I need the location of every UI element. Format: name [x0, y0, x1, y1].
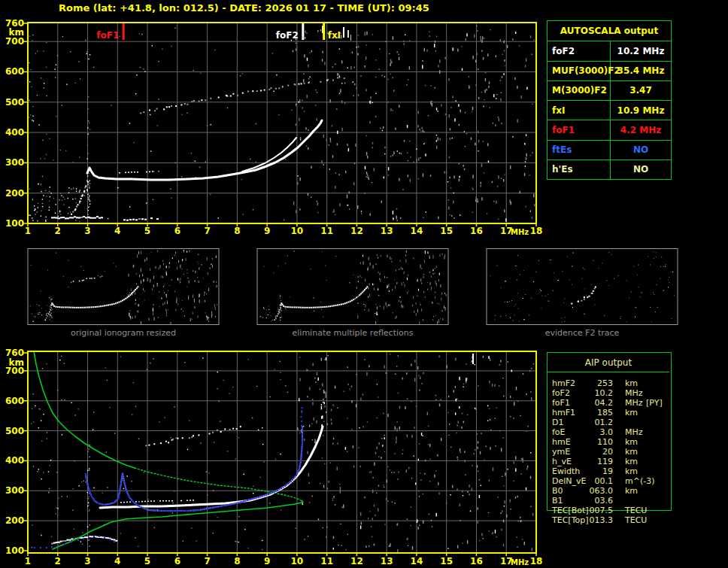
- aip-row-hmf2: hmF2253km: [547, 378, 675, 388]
- autoscala-row-h'es: h'EsNO: [548, 159, 671, 179]
- aip-cell: km: [625, 447, 638, 457]
- x-tick-label: 2: [47, 557, 69, 566]
- aip-row-d1: D101.2: [547, 418, 675, 427]
- marker-label-fof1: foF1: [74, 31, 119, 40]
- aip-row-hme: hmE110km: [547, 437, 675, 447]
- aip-cell: ymE: [552, 447, 570, 457]
- x-tick-label: 11: [316, 226, 338, 235]
- x-tick-label: 7: [196, 226, 219, 235]
- autoscala-row-muf(3000)f2: MUF(3000)F235.4 MHz: [548, 61, 671, 80]
- autoscala-param-label: fxI: [548, 101, 611, 120]
- aip-cell: 013.3: [583, 515, 613, 525]
- thumbnail-caption-original: original ionogram resized: [28, 328, 219, 338]
- y-tick-label: 600: [2, 67, 24, 76]
- x-tick-label: 10: [286, 226, 308, 235]
- aip-cell: B0: [552, 486, 563, 496]
- x-tick-label: 10: [286, 557, 308, 566]
- aip-cell: 185: [583, 408, 613, 418]
- aip-cell: km: [625, 466, 638, 476]
- aip-cell: MHz: [625, 427, 643, 437]
- aip-cell: 03.6: [583, 496, 613, 506]
- x-tick-label: 3: [77, 226, 99, 235]
- x-tick-label: 7: [196, 557, 219, 566]
- x-tick-label: 13: [375, 226, 398, 235]
- x-tick-label: 2: [47, 226, 69, 235]
- autoscala-row-ftes: ftEsNO: [548, 140, 671, 159]
- aip-row-h_ve: h_vE119km: [547, 457, 675, 466]
- aip-cell: km: [625, 457, 638, 466]
- aip-cell: 19: [583, 466, 613, 476]
- autoscala-output-table: AUTOSCALA output foF210.2 MHzMUF(3000)F2…: [547, 20, 672, 180]
- y-tick-label: 400: [2, 128, 24, 137]
- aip-cell: 007.5: [583, 506, 613, 515]
- aip-row-fof2: foF210.2MHz: [547, 388, 675, 398]
- x-tick-label: 5: [136, 226, 159, 235]
- x-tick-label: 8: [226, 226, 248, 235]
- aip-cell: MHz: [625, 398, 643, 408]
- x-tick-label: 4: [106, 557, 129, 566]
- autoscala-param-label: M(3000)F2: [548, 81, 611, 100]
- aip-cell: TECU: [625, 515, 647, 525]
- y-tick-label: 300: [2, 486, 24, 495]
- aip-cell: 063.0: [583, 486, 613, 496]
- autoscala-param-value: NO: [611, 160, 671, 179]
- x-axis-unit-mhz: MHz: [511, 229, 529, 236]
- aip-cell: 01.2: [583, 418, 613, 427]
- aip-cell: [PY]: [646, 398, 663, 408]
- aip-row-foe: foE3.0MHz: [547, 427, 675, 437]
- x-tick-label: 8: [226, 557, 248, 566]
- aip-cell: foF2: [552, 388, 570, 398]
- marker-label-fof2: foF2: [253, 31, 299, 40]
- aip-cell: foE: [552, 427, 566, 437]
- autoscala-param-label: ftEs: [548, 141, 611, 159]
- aip-cell: MHz: [625, 388, 643, 398]
- x-tick-label: 15: [435, 557, 458, 566]
- autoscala-app-window: Rome (lat: +41.8, lon: 012.5) - DATE: 20…: [0, 0, 728, 568]
- aip-cell: km: [625, 437, 638, 447]
- autoscala-param-label: foF1: [548, 120, 611, 139]
- x-tick-label: 13: [375, 557, 398, 566]
- autoscala-row-m(3000)f2: M(3000)F23.47: [548, 80, 671, 100]
- autoscala-row-fof2: foF210.2 MHz: [548, 41, 671, 60]
- x-axis-unit-mhz: MHz: [511, 559, 529, 566]
- autoscala-param-value: 35.4 MHz: [611, 62, 671, 80]
- thumbnail-caption-evidence: evidence F2 trace: [487, 328, 678, 338]
- x-tick-label: 14: [405, 557, 428, 566]
- x-tick-label: 5: [136, 557, 159, 566]
- autoscala-param-value: 4.2 MHz: [611, 120, 671, 139]
- y-tick-label: 600: [2, 396, 24, 405]
- x-tick-label: 6: [166, 226, 189, 235]
- x-tick-label: 15: [435, 226, 458, 235]
- aip-table-title: AIP output: [548, 353, 669, 372]
- aip-cell: hmF2: [552, 378, 575, 388]
- aip-row-fof1: foF104.2MHz[PY]: [547, 398, 675, 408]
- aip-cell: h_vE: [552, 457, 572, 466]
- aip-cell: km: [625, 408, 638, 418]
- autoscala-param-label: h'Es: [548, 160, 611, 179]
- aip-cell: foF1: [552, 398, 570, 408]
- aip-rows: hmF2253kmfoF210.2MHzfoF104.2MHz[PY]hmF11…: [547, 378, 675, 525]
- aip-cell: D1: [552, 418, 563, 427]
- y-tick-label: 300: [2, 158, 24, 167]
- y-tick-label: 200: [2, 189, 24, 198]
- x-tick-label: 3: [77, 557, 99, 566]
- aip-cell: DelN_vE: [552, 476, 586, 486]
- aip-row-b0: B0063.0km: [547, 486, 675, 496]
- aip-cell: 110: [583, 437, 613, 447]
- x-tick-label: 14: [405, 226, 428, 235]
- y-tick-label: 500: [2, 98, 24, 107]
- x-tick-label: 16: [465, 226, 487, 235]
- aip-cell: m^(-3): [625, 476, 654, 486]
- aip-cell: 00.1: [583, 476, 613, 486]
- x-tick-label: 4: [106, 226, 129, 235]
- x-tick-label: 12: [345, 226, 368, 235]
- autoscala-param-label: foF2: [548, 41, 611, 60]
- aip-cell: 10.2: [583, 388, 613, 398]
- x-tick-label: 11: [316, 557, 338, 566]
- aip-cell: 253: [583, 378, 613, 388]
- y-tick-label: 100: [2, 546, 24, 555]
- y-axis-unit-km: km: [2, 28, 24, 37]
- station-title: Rome (lat: +41.8, lon: 012.5) - DATE: 20…: [59, 2, 429, 14]
- y-tick-label: 760: [2, 348, 24, 357]
- aip-cell: hmE: [552, 437, 571, 447]
